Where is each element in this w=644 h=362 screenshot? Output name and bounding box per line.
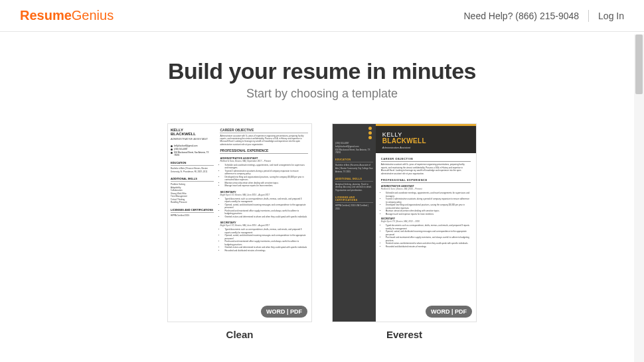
page-title: Build your resume in minutes <box>0 58 644 84</box>
template-thumb-clean[interactable]: KELLYBLACKWELL ADMINISTRATIVE ASSISTANT … <box>167 123 312 322</box>
help-phone[interactable]: Need Help? (866) 215-9048 <box>463 11 579 21</box>
divider <box>588 10 589 22</box>
logo-resume: Resume <box>20 8 72 23</box>
header: ResumeGenius Need Help? (866) 215-9048 L… <box>0 0 644 32</box>
login-link[interactable]: Log In <box>598 11 624 21</box>
scrollbar-thumb[interactable] <box>635 34 643 94</box>
format-badge: WORD | PDF <box>426 306 472 318</box>
h-education: EDUCATION <box>171 161 214 166</box>
format-badge: WORD | PDF <box>261 306 307 318</box>
template-card-clean: KELLYBLACKWELL ADMINISTRATIVE ASSISTANT … <box>167 123 312 340</box>
h-objective: CAREER OBJECTIVE <box>220 128 308 133</box>
h-experience: PROFESSIONAL EXPERIENCE <box>381 178 471 183</box>
template-card-everest: (210) 555-9287kelly.blackwell@gmail.com6… <box>332 123 477 340</box>
location-icon <box>368 136 372 139</box>
h-objective: CAREER OBJECTIVE <box>381 157 471 162</box>
name-block: KELLY BLACKWELL Administrative Assistant <box>376 126 476 153</box>
main: Build your resume in minutes Start by ch… <box>0 32 644 340</box>
location-icon <box>171 152 173 154</box>
h-cert: LICENSES AND CERTIFICATIONS <box>335 196 373 203</box>
logo[interactable]: ResumeGenius <box>20 8 114 23</box>
template-thumb-everest[interactable]: (210) 555-9287kelly.blackwell@gmail.com6… <box>332 123 477 322</box>
h-experience: PROFESSIONAL EXPERIENCE <box>220 149 308 154</box>
logo-genius: Genius <box>72 8 114 23</box>
email-icon <box>368 131 372 135</box>
resume-contact: kelly.blackwell@gmail.com (210) 555-9287… <box>171 145 214 157</box>
scrollbar-vertical[interactable] <box>634 34 644 362</box>
resume-name: KELLYBLACKWELL <box>171 128 214 136</box>
phone-icon <box>368 127 372 130</box>
h-skills: ADDITIONAL SKILLS <box>335 178 373 182</box>
h-education: EDUCATION <box>335 158 373 162</box>
resume-role: ADMINISTRATIVE ASSISTANT <box>171 137 214 141</box>
header-right: Need Help? (866) 215-9048 Log In <box>463 10 624 22</box>
contact-icons <box>335 127 373 139</box>
skills-list: Problem SolvingAdaptabilityCollaboration… <box>171 183 214 204</box>
templates-row: KELLYBLACKWELL ADMINISTRATIVE ASSISTANT … <box>0 123 644 340</box>
email-icon <box>171 145 173 147</box>
phone-icon <box>171 149 173 151</box>
page-subtitle: Start by choosing a template <box>0 87 644 101</box>
h-licenses: LICENSES AND CERTIFICATIONS <box>171 208 214 213</box>
h-skills: ADDITIONAL SKILLS <box>171 177 214 182</box>
template-name: Clean <box>167 329 312 340</box>
template-name: Everest <box>332 329 477 340</box>
